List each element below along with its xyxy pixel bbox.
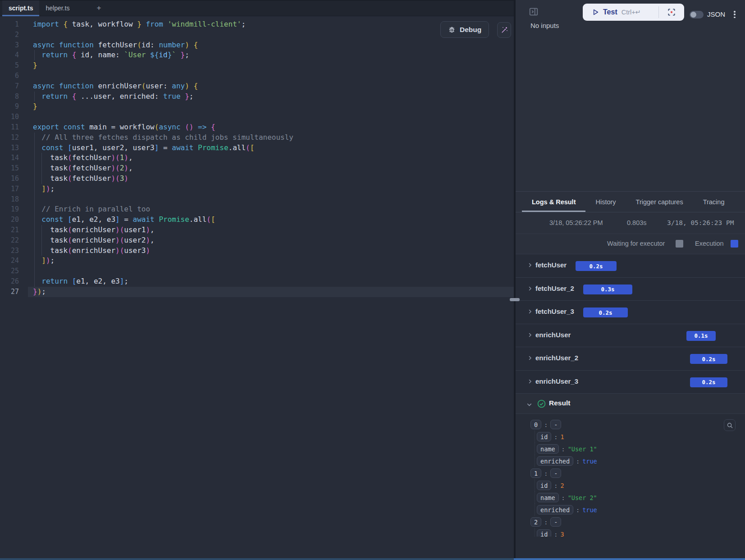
json-key-chip[interactable]: 1	[530, 468, 541, 478]
collapse-toggle-chip[interactable]: -	[550, 468, 561, 478]
code-line[interactable]: 14 task(fetchUser)(1),	[0, 153, 514, 163]
line-number: 27	[0, 287, 33, 297]
capture-button[interactable]	[659, 4, 684, 21]
code-line[interactable]: 22 task(enrichUser)(user2),	[0, 235, 514, 246]
indent-guide	[34, 225, 35, 235]
new-tab-button[interactable]: +	[88, 0, 109, 16]
code-line[interactable]: 27});	[0, 287, 514, 297]
code-line[interactable]: 7async function enrichUser(user: any) {	[0, 81, 514, 92]
step-duration-bar: 0.3s	[583, 285, 632, 294]
step-duration-bar: 0.2s	[583, 308, 628, 317]
search-icon	[727, 422, 733, 429]
line-number: 8	[0, 92, 33, 102]
step-row-enrichUser_2[interactable]: enrichUser_20.2s	[516, 347, 745, 370]
indent-guide	[41, 163, 42, 174]
step-row-fetchUser_3[interactable]: fetchUser_30.2s	[516, 300, 745, 324]
code-line[interactable]: 10	[0, 112, 514, 122]
code-line[interactable]: 1import { task, workflow } from 'windmil…	[0, 19, 514, 30]
code-editor-panel: script.tshelper.ts+ 1import { task, work…	[0, 0, 514, 558]
ai-wand-button[interactable]	[497, 22, 511, 38]
json-key-chip[interactable]: 2	[530, 517, 541, 527]
code-line[interactable]: 15 task(fetchUser)(2),	[0, 163, 514, 174]
json-row-id: id:1	[516, 431, 745, 443]
json-key-chip[interactable]: 0	[530, 420, 541, 429]
json-key-chip[interactable]: enriched	[537, 456, 573, 466]
indent-guide	[34, 153, 35, 163]
indent-guide	[34, 143, 35, 153]
legend-execution-label: Execution	[695, 240, 724, 247]
code-line[interactable]: 16 task(fetchUser)(3)	[0, 174, 514, 184]
timeline-legend: Waiting for executor Execution	[516, 234, 745, 254]
step-row-fetchUser[interactable]: fetchUser0.2s	[516, 254, 745, 277]
code-line-text: }	[33, 60, 514, 71]
test-button[interactable]: Test Ctrl+↵	[583, 8, 658, 16]
code-line[interactable]: 13 const [user1, user2, user3] = await P…	[0, 143, 514, 153]
code-line[interactable]: 6	[0, 71, 514, 81]
collapse-toggle-chip[interactable]: -	[550, 420, 561, 429]
tab-trigger-captures[interactable]: Trigger captures	[626, 192, 693, 212]
code-line-text	[33, 71, 514, 81]
legend-execution-swatch	[731, 240, 738, 248]
code-line[interactable]: 2	[0, 30, 514, 40]
search-result-button[interactable]	[724, 419, 736, 431]
indent-guide	[34, 215, 35, 225]
collapse-toggle-chip[interactable]: -	[550, 517, 561, 527]
indent-guide	[34, 184, 35, 194]
splitter-grip-handle[interactable]	[510, 298, 520, 301]
json-key-chip[interactable]: enriched	[537, 505, 573, 514]
step-name: enrichUser_2	[535, 354, 578, 362]
code-line-text: // All three fetches dispatch as child j…	[33, 133, 514, 143]
code-line-text: });	[33, 287, 514, 297]
code-line[interactable]: 17 ]);	[0, 184, 514, 194]
code-line[interactable]: 18	[0, 194, 514, 205]
code-line-text: export const main = workflow(async () =>…	[33, 122, 514, 133]
step-name: fetchUser_2	[535, 285, 574, 292]
tab-history[interactable]: History	[585, 192, 626, 212]
json-key-chip[interactable]: id	[537, 529, 551, 537]
editor-tab-script.ts[interactable]: script.ts	[2, 0, 39, 16]
test-run-panel: No inputs Test Ctrl+↵	[516, 0, 745, 558]
json-key-chip[interactable]: name	[537, 493, 559, 502]
step-row-enrichUser_3[interactable]: enrichUser_30.2s	[516, 370, 745, 394]
code-line[interactable]: 19 // Enrich in parallel too	[0, 204, 514, 215]
code-line[interactable]: 11export const main = workflow(async () …	[0, 122, 514, 133]
code-line[interactable]: 3async function fetchUser(id: number) {	[0, 40, 514, 50]
code-line[interactable]: 20 const [e1, e2, e3] = await Promise.al…	[0, 215, 514, 225]
debug-button[interactable]: Debug	[440, 21, 489, 38]
code-line[interactable]: 24 ]);	[0, 256, 514, 266]
code-line-text: task(enrichUser)(user3)	[33, 246, 514, 256]
step-row-enrichUser[interactable]: enrichUser0.1s	[516, 324, 745, 347]
more-options-icon[interactable]	[731, 10, 738, 19]
indent-guide	[34, 133, 35, 143]
line-number: 6	[0, 71, 33, 81]
success-check-icon	[537, 399, 546, 409]
code-line[interactable]: 9}	[0, 101, 514, 112]
code-line[interactable]: 26 return [e1, e2, e3];	[0, 276, 514, 287]
code-area[interactable]: 1import { task, workflow } from 'windmil…	[0, 16, 514, 297]
code-line[interactable]: 25	[0, 266, 514, 276]
json-toggle-label: JSON	[707, 10, 725, 18]
result-section-header[interactable]: Result	[516, 393, 745, 413]
code-line[interactable]: 4 return { id, name: `User ${id}` };	[0, 50, 514, 60]
code-line[interactable]: 21 task(enrichUser)(user1),	[0, 225, 514, 235]
code-line[interactable]: 8 return { ...user, enriched: true };	[0, 92, 514, 102]
editor-tabs: script.tshelper.ts+	[0, 0, 514, 16]
indent-guide	[41, 225, 42, 235]
indent-guide	[41, 246, 42, 256]
json-toggle[interactable]	[690, 11, 704, 18]
line-number: 21	[0, 225, 33, 235]
collapse-panel-icon[interactable]	[529, 7, 539, 17]
code-line[interactable]: 23 task(enrichUser)(user3)	[0, 246, 514, 256]
chevron-down-icon	[526, 402, 532, 408]
json-key-chip[interactable]: id	[537, 481, 551, 490]
json-key-chip[interactable]: id	[537, 432, 551, 441]
code-line[interactable]: 12 // All three fetches dispatch as chil…	[0, 133, 514, 143]
tab-logs-result[interactable]: Logs & Result	[522, 192, 585, 212]
code-line[interactable]: 5}	[0, 60, 514, 71]
indent-guide	[34, 50, 35, 60]
editor-tab-helper.ts[interactable]: helper.ts	[39, 0, 76, 16]
tab-tracing[interactable]: Tracing	[693, 192, 735, 212]
json-key-chip[interactable]: name	[537, 444, 559, 454]
line-number: 12	[0, 133, 33, 143]
step-row-fetchUser_2[interactable]: fetchUser_20.3s	[516, 277, 745, 301]
